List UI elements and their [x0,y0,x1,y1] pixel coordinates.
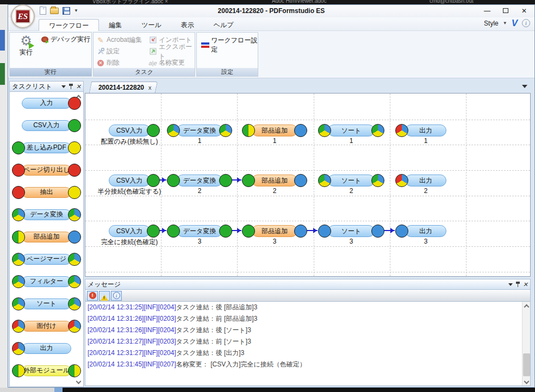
application-menu-button[interactable]: ES [11,4,35,28]
node-pill[interactable]: 部品追加 [252,175,297,186]
connector-blue[interactable] [294,225,307,238]
workflow-settings-button[interactable]: ワークフロー設定 [201,36,258,54]
connector-green[interactable] [242,225,255,238]
workflow-node[interactable]: 部品追加 [242,174,307,187]
task-pill[interactable]: 部品追加 [22,232,71,242]
connector-pie-gby[interactable] [318,174,331,187]
node-pill[interactable]: 出力 [405,175,446,186]
panel-menu-icon[interactable] [61,85,66,90]
connector-red[interactable] [68,97,81,110]
task-list-item[interactable] [10,382,83,387]
node-pill[interactable]: ソート [328,225,375,237]
task-pill[interactable]: ページ切り出し [22,165,71,176]
panel-close-icon[interactable]: ✕ [523,281,528,288]
task-list-item[interactable]: 入力 [10,92,83,114]
task-pill[interactable]: 面付け [22,321,71,332]
connector-pie-gby[interactable] [371,174,384,187]
info-icon[interactable]: i [522,19,530,27]
tab-workflow[interactable]: ワークフロー [39,19,99,31]
debug-run-button[interactable]: デバッグ実行 [41,35,90,44]
connector-pie-gby[interactable] [68,253,81,266]
tab-list-dropdown-icon[interactable] [522,85,527,91]
workflow-node[interactable]: データ変換 [167,174,232,187]
rename-button[interactable]: a|e 名称変更 [149,57,196,69]
workflow-node[interactable]: 部品追加 [242,124,307,137]
connector-blue[interactable] [294,124,307,137]
scroll-down-icon[interactable] [522,377,531,385]
task-pill[interactable]: 外部モジュール [22,365,71,376]
task-list-item[interactable]: 抽出 [10,181,83,203]
connector-blue[interactable] [68,231,81,244]
connector-pie-rby[interactable] [395,124,408,137]
connector-green[interactable] [147,124,160,137]
task-pill[interactable]: データ変換 [22,209,71,220]
task-list-item[interactable]: ページマージ [10,248,83,270]
error-filter-button[interactable]: ! [87,291,98,301]
connector-half-gy[interactable] [242,124,255,137]
task-list-item[interactable]: データ変換 [10,203,83,226]
message-log-area[interactable]: [20/02/14 12:31:25][INF][0204]タスク連結：後 [部… [85,302,531,386]
style-dropdown-icon[interactable]: ▼ [503,21,507,26]
connector-pie-gby[interactable] [167,124,180,137]
connector-pie-gby[interactable] [318,124,331,137]
node-pill[interactable]: ソート [328,125,375,136]
connector-green[interactable] [12,141,25,154]
panel-close-icon[interactable]: ✕ [76,83,81,90]
task-list-item[interactable]: 面付け [10,315,83,337]
node-pill[interactable]: ソート [328,175,375,186]
task-pill[interactable]: 出力 [22,343,71,354]
connector-pie-gby[interactable] [12,297,25,310]
connector-green[interactable] [68,387,81,388]
connector-half-gy[interactable] [12,231,25,244]
node-pill[interactable]: CSV入力 [109,225,150,237]
connector-green[interactable] [242,174,255,187]
connector-pie-rby[interactable] [12,342,25,355]
connector-pie-gby[interactable] [68,297,81,310]
warning-filter-button[interactable]: ! [99,291,110,301]
node-pill[interactable]: 出力 [405,125,446,136]
close-button[interactable]: ✕ [515,5,533,16]
node-pill[interactable]: CSV入力 [109,125,150,136]
connector-pie-gby[interactable] [68,208,81,221]
task-list-item[interactable]: 部品追加 [10,226,83,248]
tab-help[interactable]: ヘルプ [204,19,244,31]
document-tab[interactable]: 200214-122820 x [89,82,158,93]
delete-button[interactable]: ✕ 削除 [97,57,149,69]
node-pill[interactable]: 出力 [405,225,446,237]
connector-green[interactable] [68,119,81,132]
connector-green[interactable] [167,174,180,187]
task-list-item[interactable]: 出力 [10,337,83,359]
task-list-item[interactable]: ページ切り出し [10,159,83,181]
workflow-node[interactable]: データ変換 [167,124,232,137]
connector-yellow[interactable] [68,186,81,199]
minimize-button[interactable]: — [478,5,496,16]
task-pill[interactable]: ページマージ [22,254,71,265]
workflow-canvas[interactable]: CSV入力配置のみ(接続無し)データ変換1部品追加1ソート1出力1CSV入力半分… [85,93,531,277]
workflow-node[interactable]: 出力 [395,124,456,137]
node-pill[interactable]: 部品追加 [252,225,297,237]
task-pill[interactable]: フィルター [22,276,71,287]
node-pill[interactable]: CSV入力 [109,175,150,186]
connector-pie-rby[interactable] [68,320,81,333]
message-scrollbar[interactable] [522,302,530,385]
scroll-down-icon[interactable] [77,379,82,384]
connector-blue[interactable] [294,174,307,187]
connector-pie-gby[interactable] [68,275,81,288]
connector-red[interactable] [12,164,25,177]
pin-icon[interactable] [69,84,73,89]
connector-pie-gby[interactable] [12,275,25,288]
task-list-item[interactable]: 差し込みPDF [10,136,83,159]
panel-menu-icon[interactable] [508,283,513,288]
node-pill[interactable]: 部品追加 [252,125,297,136]
connector-half-gy[interactable] [12,364,25,377]
tab-edit[interactable]: 編集 [99,19,132,31]
settings-button[interactable]: 設定 [97,46,149,57]
run-button[interactable]: ⚙ 実行 [14,34,38,67]
style-label[interactable]: Style [484,20,499,27]
connector-red[interactable] [68,164,81,177]
acrobat-edit-button[interactable]: ✎ Acrobat編集 [97,34,149,46]
connector-half-gy[interactable] [68,364,81,377]
workflow-node[interactable]: データ変換 [167,225,232,238]
connector-pie-gby[interactable] [12,208,25,221]
info-filter-button[interactable]: i [111,291,122,301]
